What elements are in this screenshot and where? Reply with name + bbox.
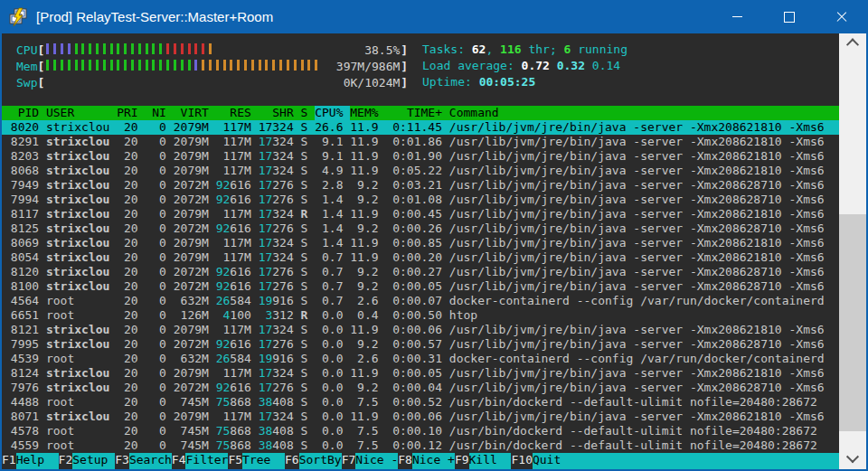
cell-cmd: /usr/bin/dockerd --default-ulimit nofile…: [449, 438, 817, 453]
column-header-shr[interactable]: SHR: [259, 106, 294, 120]
cell-cmd: /usr/lib/jvm/jre/bin/java -server -Xmx20…: [449, 410, 825, 424]
process-row-pid-8068[interactable]: 8068strixclou2002079M117M17324S4.911.90:…: [2, 164, 839, 178]
meter-tick: [179, 60, 186, 71]
cell-pri: 20: [117, 279, 137, 294]
meter-tick: [144, 43, 151, 54]
cell-pid: 7949: [4, 178, 39, 193]
meter-tick: [200, 43, 207, 54]
fkey-action-search[interactable]: Search: [129, 453, 172, 469]
cell-pid: 4539: [4, 352, 39, 366]
cell-s: S: [301, 250, 308, 265]
process-row-pid-8125[interactable]: 8125strixclou2002072M9261617276S1.49.20:…: [2, 221, 839, 236]
stat-segment: ,: [486, 42, 500, 56]
fkey-action-nice-[interactable]: Nice +: [412, 453, 455, 469]
process-row-pid-7976[interactable]: 7976strixclou2002072M9261617276S0.09.20:…: [2, 381, 839, 395]
column-header-pri[interactable]: PRI: [117, 106, 137, 120]
cell-pri: 20: [117, 352, 137, 366]
maximize-button[interactable]: [763, 0, 816, 33]
fkey-action-setup[interactable]: Setup: [72, 453, 115, 469]
process-row-pid-8071[interactable]: 8071strixclou2002079M117M17324S0.011.90:…: [2, 410, 839, 424]
fkey-action-help[interactable]: Help: [16, 453, 59, 469]
process-row-pid-8069[interactable]: 8069strixclou2002079M117M17324S1.411.90:…: [2, 236, 839, 250]
meter-tick: [306, 60, 313, 71]
meter-tick: [44, 60, 52, 71]
process-row-pid-4578[interactable]: 4578root200745M7586838408S0.07.50:00.10/…: [2, 424, 839, 438]
process-row-pid-7995[interactable]: 7995strixclou2002072M9261617276S0.09.20:…: [2, 337, 839, 352]
cell-res: 117M: [216, 250, 251, 265]
close-button[interactable]: [816, 0, 868, 33]
process-row-pid-8124[interactable]: 8124strixclou2002079M117M17324S0.011.90:…: [2, 366, 839, 381]
cell-s: S: [301, 352, 308, 366]
column-header-res[interactable]: RES: [216, 106, 251, 120]
column-header-mem[interactable]: MEM%: [350, 106, 378, 120]
fkey-action-nice-[interactable]: Nice -: [355, 453, 398, 469]
cell-cmd: htop: [449, 308, 477, 323]
cell-mem: 11.9: [350, 236, 378, 250]
process-row-pid-7949[interactable]: 7949strixclou2002072M9261617276S2.89.20:…: [2, 178, 839, 193]
column-header-pid[interactable]: PID: [4, 106, 39, 120]
scrollbar-down-button[interactable]: [839, 449, 866, 469]
cell-ni: 0: [145, 135, 165, 149]
column-header-cmd[interactable]: Command: [449, 106, 499, 120]
cell-res: 92616: [216, 381, 251, 395]
stat-segment: 62: [472, 42, 486, 56]
cell-s: S: [301, 381, 308, 395]
cell-shr: 17276: [259, 279, 294, 294]
cell-time: 0:00.26: [385, 221, 442, 236]
process-row-pid-4539[interactable]: 4539root200632M2658419916S0.02.60:00.31d…: [2, 352, 839, 366]
process-row-pid-4488[interactable]: 4488root200745M7586838408S0.07.50:00.52/…: [2, 395, 839, 410]
process-row-pid-8054[interactable]: 8054strixclou2002079M117M17324S0.711.90:…: [2, 250, 839, 265]
cell-virt: 2079M: [174, 207, 209, 221]
cell-cmd: /usr/lib/jvm/jre/bin/java -server -Xmx20…: [449, 265, 825, 279]
meter-tick: [66, 43, 73, 54]
cell-shr: 17324: [259, 323, 294, 337]
fkey-action-filter[interactable]: Filter: [185, 453, 228, 469]
scrollbar-thumb[interactable]: [839, 214, 866, 431]
fkey-action-sortby[interactable]: SortBy: [299, 453, 342, 469]
fkey-action-kill[interactable]: Kill: [469, 453, 512, 469]
column-header-virt[interactable]: VIRT: [174, 106, 209, 120]
cell-pri: 20: [117, 221, 137, 236]
scrollbar-up-button[interactable]: [839, 33, 866, 53]
process-row-pid-8291[interactable]: 8291strixclou2002079M117M17324S9.111.90:…: [2, 135, 839, 149]
process-row-pid-8203[interactable]: 8203strixclou2002079M117M17324S9.111.90:…: [2, 149, 839, 164]
stats-column: Tasks: 62, 116 thr; 6 running Load avera…: [422, 42, 627, 91]
meter-tick: [101, 60, 108, 71]
process-row-pid-8121[interactable]: 8121strixclou2002079M117M17324S0.011.90:…: [2, 323, 839, 337]
stat-segment: 0.72: [522, 59, 557, 72]
cell-pri: 20: [117, 236, 137, 250]
process-row-pid-8100[interactable]: 8100strixclou2002072M9261617276S0.79.20:…: [2, 279, 839, 294]
cell-mem: 11.9: [350, 135, 378, 149]
column-header-time[interactable]: TIME+: [385, 106, 442, 120]
process-row-pid-8117[interactable]: 8117strixclou2002079M117M17324R1.411.90:…: [2, 207, 839, 221]
meter-tick: [172, 43, 179, 54]
cell-cpu: 9.1: [315, 149, 343, 164]
titlebar: [Prod] RelayTest-Server::Master+Room: [0, 0, 868, 33]
process-row-pid-8120[interactable]: 8120strixclou2002072M9261617276S0.79.20:…: [2, 265, 839, 279]
process-row-pid-4559[interactable]: 4559root200745M7586838408S0.07.50:00.12/…: [2, 438, 839, 453]
process-table-body: 8020strixclou2002079M117M17324S26.611.90…: [2, 120, 839, 453]
process-row-pid-8020[interactable]: 8020strixclou2002079M117M17324S26.611.90…: [2, 120, 839, 135]
column-header-s[interactable]: S: [301, 106, 308, 120]
process-row-pid-6651[interactable]: 6651root200126M41003312R0.00.40:00.50hto…: [2, 308, 839, 323]
column-header-cpu[interactable]: CPU%: [315, 106, 350, 120]
cell-user: strixclou: [46, 366, 109, 381]
fkey-action-tree[interactable]: Tree: [242, 453, 285, 469]
column-header-user[interactable]: USER: [46, 106, 109, 120]
minimize-button[interactable]: [711, 0, 763, 33]
process-row-pid-7994[interactable]: 7994strixclou2002072M9261617276S1.49.20:…: [2, 193, 839, 207]
terminal-scrollbar[interactable]: [839, 33, 866, 469]
cell-pid: 4564: [4, 294, 39, 308]
cell-user: strixclou: [46, 279, 109, 294]
column-header-ni[interactable]: NI: [145, 106, 165, 120]
stat-segment: thr;: [522, 42, 564, 56]
cell-res: 117M: [216, 236, 251, 250]
cell-pri: 20: [117, 438, 137, 453]
meter-tick: [257, 60, 264, 71]
fkey-action-quit[interactable]: Quit: [533, 453, 839, 469]
process-row-pid-4564[interactable]: 4564root200632M2658419916S0.72.60:00.07d…: [2, 294, 839, 308]
cell-time: 0:01.08: [385, 193, 442, 207]
cell-virt: 2079M: [174, 164, 209, 178]
cell-user: root: [46, 424, 109, 438]
cell-pid: 7994: [4, 193, 39, 207]
